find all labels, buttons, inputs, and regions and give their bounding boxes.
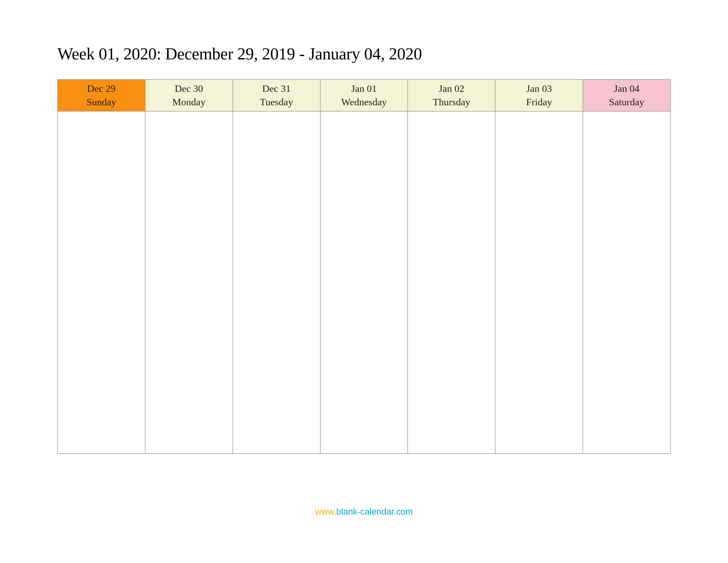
calendar-header-row: Dec 29 Sunday Dec 30 Monday Dec 31 Tuesd…: [58, 79, 670, 111]
day-date: Jan 03: [495, 82, 583, 95]
day-cell-monday: [145, 111, 233, 454]
day-weekday: Wednesday: [321, 95, 408, 109]
day-weekday: Tuesday: [233, 95, 320, 109]
footer-domain-text: blank-calendar.com: [336, 507, 413, 516]
day-cell-tuesday: [233, 111, 320, 454]
day-cell-sunday: [58, 111, 145, 454]
day-header-sunday: Dec 29 Sunday: [58, 79, 145, 111]
day-date: Jan 04: [583, 82, 670, 95]
day-weekday: Friday: [495, 95, 583, 109]
day-date: Dec 31: [233, 82, 320, 95]
day-header-monday: Dec 30 Monday: [145, 79, 233, 111]
day-cell-thursday: [408, 111, 495, 454]
day-weekday: Sunday: [58, 95, 145, 109]
day-header-wednesday: Jan 01 Wednesday: [320, 79, 408, 111]
day-date: Dec 30: [145, 82, 233, 95]
day-header-thursday: Jan 02 Thursday: [408, 79, 495, 111]
day-cell-friday: [495, 111, 583, 454]
day-weekday: Saturday: [583, 95, 670, 109]
day-header-saturday: Jan 04 Saturday: [583, 79, 670, 111]
day-header-friday: Jan 03 Friday: [495, 79, 583, 111]
day-cell-saturday: [583, 111, 670, 454]
footer-link[interactable]: www.blank-calendar.com: [0, 507, 728, 517]
day-weekday: Thursday: [408, 95, 495, 109]
weekly-calendar-table: Dec 29 Sunday Dec 30 Monday Dec 31 Tuesd…: [57, 79, 671, 454]
day-date: Jan 01: [321, 82, 408, 95]
footer-www-prefix: www.: [315, 507, 336, 516]
day-date: Dec 29: [58, 82, 145, 95]
day-weekday: Monday: [145, 95, 233, 109]
day-date: Jan 02: [408, 82, 495, 95]
day-cell-wednesday: [320, 111, 408, 454]
day-header-tuesday: Dec 31 Tuesday: [233, 79, 320, 111]
calendar-body-row: [58, 111, 670, 454]
page-title: Week 01, 2020: December 29, 2019 - Janua…: [57, 44, 671, 63]
page-container: Week 01, 2020: December 29, 2019 - Janua…: [0, 0, 728, 454]
